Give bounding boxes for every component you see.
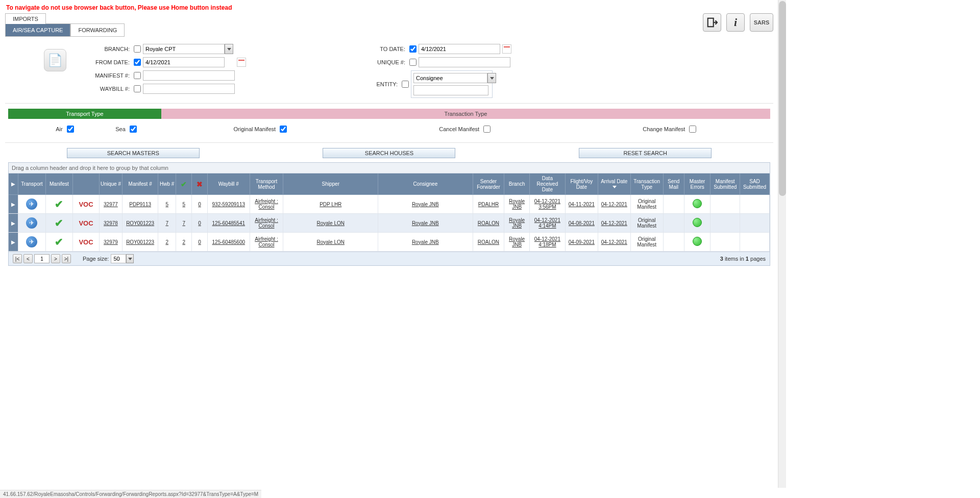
tm-link[interactable]: Airfreight : Consol	[255, 236, 278, 247]
shipper-link[interactable]: Royale LON	[317, 239, 345, 245]
branch-check[interactable]	[134, 45, 141, 53]
count1-link[interactable]: 2	[182, 239, 185, 245]
branch-link[interactable]: Royale JNB	[509, 198, 525, 210]
manifest-link[interactable]: ROY001223	[126, 220, 154, 226]
pager-next[interactable]: >	[51, 254, 60, 263]
logout-icon[interactable]	[703, 13, 721, 32]
row-expand[interactable]: ▶	[9, 195, 18, 214]
sender-link[interactable]: ROALON	[478, 239, 499, 245]
change-manifest-check[interactable]	[689, 126, 696, 133]
entity-dropdown-button[interactable]	[487, 73, 496, 83]
search-masters-button[interactable]: SEARCH MASTERS	[67, 148, 200, 158]
col-x[interactable]: ✖	[192, 173, 208, 195]
sea-check[interactable]	[130, 126, 137, 133]
pager-size-select[interactable]	[111, 254, 126, 263]
waybill-link[interactable]: 932-59209113	[212, 202, 246, 207]
col-send-mail[interactable]: Send Mail	[663, 173, 684, 195]
manifestnum-check[interactable]	[134, 72, 141, 79]
tm-link[interactable]: Airfreight : Consol	[255, 198, 278, 210]
shipper-link[interactable]: PDP LHR	[320, 202, 341, 207]
col-manifest[interactable]: Manifest	[45, 173, 73, 195]
consignee-link[interactable]: Royale JNB	[412, 220, 439, 226]
subtab-air-sea-capture[interactable]: AIR/SEA CAPTURE	[5, 24, 70, 37]
branch-link[interactable]: Royale JNB	[509, 217, 525, 229]
col-flight-date[interactable]: Flight/Voy Date	[565, 173, 598, 195]
air-check[interactable]	[67, 126, 74, 133]
col-waybill[interactable]: Waybill #	[208, 173, 250, 195]
manifest-link[interactable]: ROY001223	[126, 239, 154, 245]
todate-input[interactable]	[419, 44, 500, 54]
row-expand[interactable]: ▶	[9, 233, 18, 252]
consignee-link[interactable]: Royale JNB	[412, 239, 439, 245]
search-houses-button[interactable]: SEARCH HOUSES	[323, 148, 455, 158]
fromdate-check[interactable]	[134, 59, 141, 66]
pager-first[interactable]: |<	[13, 254, 22, 263]
unique-link[interactable]: 32977	[104, 202, 118, 207]
hwb-link[interactable]: 7	[165, 220, 168, 226]
count2-link[interactable]: 0	[198, 220, 201, 226]
waybillnum-input[interactable]	[143, 84, 235, 94]
unique-input[interactable]	[419, 57, 510, 67]
manifest-link[interactable]: PDP9113	[129, 202, 151, 207]
col-consignee[interactable]: Consignee	[378, 173, 473, 195]
count1-link[interactable]: 7	[182, 220, 185, 226]
flight-link[interactable]: 04-11-2021	[569, 202, 595, 207]
vertical-scrollbar[interactable]	[778, 0, 786, 488]
hwb-link[interactable]: 5	[165, 202, 168, 207]
col-transport[interactable]: Transport	[18, 173, 46, 195]
manifestnum-input[interactable]	[143, 70, 235, 81]
sender-link[interactable]: ROALON	[478, 220, 499, 226]
arrival-link[interactable]: 04-12-2021	[601, 239, 627, 245]
shipper-link[interactable]: Royale LON	[317, 220, 345, 226]
info-icon[interactable]: i	[726, 13, 745, 32]
hwb-link[interactable]: 2	[165, 239, 168, 245]
todate-calendar-icon[interactable]	[502, 44, 511, 54]
branch-link[interactable]: Royale JNB	[509, 236, 525, 247]
waybill-link[interactable]: 125-60485541	[212, 220, 246, 226]
pager-prev[interactable]: <	[23, 254, 33, 263]
unique-link[interactable]: 32978	[104, 220, 118, 226]
waybillnum-check[interactable]	[134, 85, 141, 92]
row-expand[interactable]: ▶	[9, 214, 18, 233]
col-sender-fwd[interactable]: Sender Forwarder	[473, 173, 504, 195]
col-trans-type[interactable]: Transaction Type	[630, 173, 663, 195]
col-shipper[interactable]: Shipper	[283, 173, 378, 195]
col-voc[interactable]	[73, 173, 100, 195]
pager-page-input[interactable]	[34, 254, 50, 263]
count2-link[interactable]: 0	[198, 202, 201, 207]
sender-link[interactable]: PDALHR	[478, 202, 499, 207]
reset-search-button[interactable]: RESET SEARCH	[579, 148, 712, 158]
flight-link[interactable]: 04-09-2021	[569, 239, 595, 245]
recv-link[interactable]: 04-12-2021 3:56PM	[534, 198, 560, 210]
pager-last[interactable]: >|	[62, 254, 71, 263]
entity-dropdown[interactable]	[413, 73, 487, 83]
col-hwb[interactable]: Hwb #	[158, 173, 176, 195]
col-transport-method[interactable]: Transport Method	[250, 173, 283, 195]
subtab-forwarding[interactable]: FORWARDING	[70, 24, 125, 37]
col-unique[interactable]: Unique #	[99, 173, 122, 195]
count1-link[interactable]: 5	[182, 202, 185, 207]
fromdate-calendar-icon[interactable]	[237, 58, 246, 67]
col-data-recv[interactable]: Data Received Date	[529, 173, 565, 195]
recv-link[interactable]: 04-12-2021 4:18PM	[534, 236, 560, 247]
entity-check[interactable]	[402, 81, 409, 88]
unique-check[interactable]	[409, 59, 416, 66]
sars-button[interactable]: SARS	[750, 13, 773, 32]
col-manifestnum[interactable]: Manifest #	[122, 173, 158, 195]
fromdate-input[interactable]	[143, 57, 225, 67]
col-expand-all[interactable]: ▶	[9, 173, 18, 195]
tab-imports[interactable]: IMPORTS	[5, 13, 46, 24]
tm-link[interactable]: Airfreight : Consol	[255, 217, 278, 229]
col-arrival-date[interactable]: Arrival Date	[598, 173, 630, 195]
cancel-manifest-check[interactable]	[483, 126, 491, 133]
flight-link[interactable]: 04-08-2021	[569, 220, 595, 226]
todate-check[interactable]	[409, 45, 416, 53]
unique-link[interactable]: 32979	[104, 239, 118, 245]
arrival-link[interactable]: 04-12-2021	[601, 202, 627, 207]
recv-link[interactable]: 04-12-2021 4:14PM	[534, 217, 560, 229]
col-manifest-sub[interactable]: Manifest Submitted	[710, 173, 740, 195]
arrival-link[interactable]: 04-12-2021	[601, 220, 627, 226]
count2-link[interactable]: 0	[198, 239, 201, 245]
col-master-err[interactable]: Master Errors	[684, 173, 710, 195]
col-branch[interactable]: Branch	[504, 173, 529, 195]
